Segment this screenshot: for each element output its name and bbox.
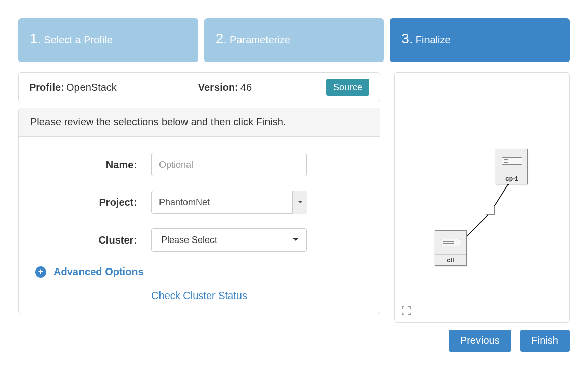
step-label: Finalize	[416, 34, 451, 45]
topology-panel[interactable]: cp-1 ctl	[394, 72, 570, 323]
version-label: Version:	[198, 82, 238, 93]
project-row: Project:	[31, 191, 367, 214]
node-label: ctl	[435, 254, 466, 265]
cluster-label: Cluster:	[31, 234, 151, 246]
topology-node-cp-1[interactable]: cp-1	[496, 149, 528, 184]
expand-icon[interactable]	[401, 306, 411, 316]
project-label: Project:	[31, 197, 151, 208]
wizard-steps: 1. Select a Profile 2. Parameterize 3. F…	[18, 18, 570, 62]
check-cluster-status-link[interactable]: Check Cluster Status	[31, 290, 367, 302]
cluster-row: Cluster: Please Select	[31, 228, 367, 252]
profile-info-bar: Profile: OpenStack Version: 46 Source	[18, 72, 380, 102]
step-number: 2.	[216, 31, 227, 46]
previous-button[interactable]: Previous	[449, 330, 511, 352]
step-number: 1.	[30, 31, 41, 46]
advanced-options-link: Advanced Options	[54, 266, 144, 278]
step-finalize[interactable]: 3. Finalize	[390, 18, 570, 62]
step-label: Parameterize	[230, 34, 290, 45]
name-input[interactable]	[151, 153, 307, 176]
plus-circle-icon: +	[35, 266, 46, 278]
topology-junction[interactable]	[486, 206, 495, 215]
right-column: cp-1 ctl Previous Fi	[394, 72, 570, 352]
wizard-page: 1. Select a Profile 2. Parameterize 3. F…	[0, 0, 588, 376]
topology-links	[395, 73, 569, 322]
profile-label: Profile:	[29, 82, 64, 93]
panel-heading: Please review the selections below and t…	[19, 108, 380, 137]
profile-value: OpenStack	[66, 82, 117, 93]
topology-node-ctl[interactable]: ctl	[435, 230, 467, 266]
step-number: 3.	[401, 31, 413, 46]
finalize-panel: Please review the selections below and t…	[18, 108, 380, 314]
content-row: Profile: OpenStack Version: 46 Source Pl…	[18, 72, 570, 352]
advanced-options-row[interactable]: + Advanced Options	[35, 266, 367, 278]
step-label: Select a Profile	[44, 34, 113, 45]
server-icon	[496, 149, 527, 173]
name-row: Name:	[31, 153, 367, 176]
server-icon	[435, 231, 466, 254]
footer-buttons: Previous Finish	[394, 330, 570, 352]
step-parameterize[interactable]: 2. Parameterize	[204, 18, 384, 62]
cluster-select[interactable]: Please Select	[151, 228, 307, 252]
project-select[interactable]	[151, 191, 307, 214]
panel-body: Name: Project: Cluster:	[19, 137, 380, 314]
left-column: Profile: OpenStack Version: 46 Source Pl…	[18, 72, 380, 352]
name-label: Name:	[31, 159, 151, 171]
finish-button[interactable]: Finish	[520, 330, 570, 352]
version-value: 46	[240, 82, 252, 93]
step-select-profile[interactable]: 1. Select a Profile	[18, 18, 198, 62]
node-label: cp-1	[496, 173, 527, 184]
source-button[interactable]: Source	[326, 79, 369, 96]
